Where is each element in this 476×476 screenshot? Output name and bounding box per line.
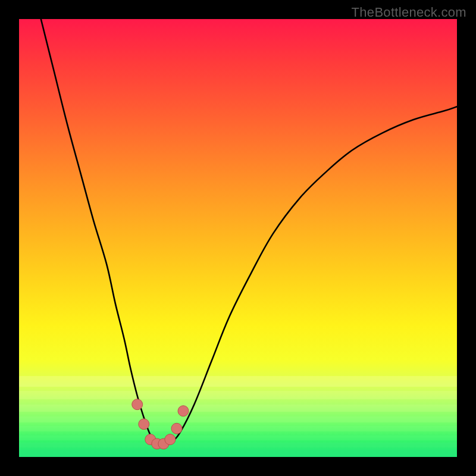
- watermark-text: TheBottleneck.com: [352, 5, 466, 20]
- trough-marker: [139, 419, 149, 430]
- trough-markers: [132, 399, 189, 449]
- bottleneck-curve-svg: [19, 19, 457, 457]
- trough-marker: [165, 434, 176, 445]
- trough-marker: [132, 399, 143, 410]
- bottleneck-curve: [41, 19, 457, 446]
- chart-frame: TheBottleneck.com: [0, 0, 476, 476]
- trough-marker: [178, 406, 189, 416]
- plot-area: [19, 19, 457, 457]
- trough-marker: [171, 423, 182, 434]
